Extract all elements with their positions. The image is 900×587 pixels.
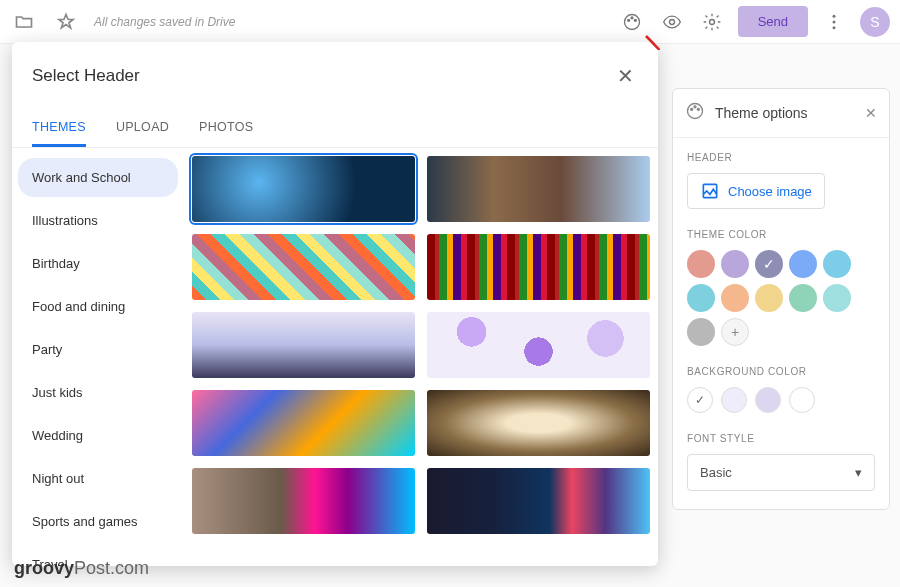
theme-color-swatch[interactable] — [721, 284, 749, 312]
svg-point-3 — [634, 19, 636, 21]
font-style-label: FONT STYLE — [687, 433, 875, 444]
add-color-button[interactable]: + — [721, 318, 749, 346]
watermark: groovyPost.com — [14, 558, 149, 579]
theme-color-label: THEME COLOR — [687, 229, 875, 240]
category-night-out[interactable]: Night out — [18, 459, 178, 498]
category-kids[interactable]: Just kids — [18, 373, 178, 412]
category-birthday[interactable]: Birthday — [18, 244, 178, 283]
svg-point-5 — [709, 19, 714, 24]
choose-image-label: Choose image — [728, 184, 812, 199]
send-button[interactable]: Send — [738, 6, 808, 37]
theme-color-swatch[interactable] — [687, 250, 715, 278]
tab-themes[interactable]: THEMES — [32, 110, 86, 147]
chevron-down-icon: ▾ — [855, 465, 862, 480]
theme-color-swatch[interactable] — [721, 250, 749, 278]
header-thumb[interactable] — [192, 390, 415, 456]
header-thumb[interactable] — [192, 468, 415, 534]
background-color-label: BACKGROUND COLOR — [687, 366, 875, 377]
theme-color-swatch[interactable] — [823, 284, 851, 312]
theme-color-swatch[interactable]: ✓ — [755, 250, 783, 278]
header-thumb[interactable] — [427, 234, 650, 300]
gear-icon[interactable] — [698, 8, 726, 36]
background-color-swatches: ✓ — [687, 387, 875, 413]
category-party[interactable]: Party — [18, 330, 178, 369]
avatar[interactable]: S — [860, 7, 890, 37]
svg-point-7 — [833, 20, 836, 23]
svg-point-6 — [833, 14, 836, 17]
svg-point-2 — [631, 16, 633, 18]
header-thumb[interactable] — [427, 390, 650, 456]
theme-options-panel: Theme options ✕ HEADER Choose image THEM… — [672, 88, 890, 510]
svg-point-1 — [627, 19, 629, 21]
panel-title: Theme options — [715, 105, 855, 121]
header-thumb[interactable] — [192, 156, 415, 222]
dialog-tabs: THEMES UPLOAD PHOTOS — [12, 110, 658, 148]
theme-color-swatch[interactable] — [789, 250, 817, 278]
choose-image-button[interactable]: Choose image — [687, 173, 825, 209]
header-thumb[interactable] — [192, 234, 415, 300]
svg-point-8 — [833, 26, 836, 29]
theme-color-swatch[interactable] — [755, 284, 783, 312]
palette-icon[interactable] — [618, 8, 646, 36]
top-toolbar: All changes saved in Drive Send S — [0, 0, 900, 44]
svg-point-4 — [669, 19, 674, 24]
header-section-label: HEADER — [687, 152, 875, 163]
theme-color-swatches: ✓+ — [687, 250, 875, 346]
background-color-swatch[interactable] — [721, 387, 747, 413]
preview-icon[interactable] — [658, 8, 686, 36]
star-icon[interactable] — [52, 8, 80, 36]
header-thumbnails — [184, 148, 658, 566]
header-thumb[interactable] — [427, 312, 650, 378]
svg-point-11 — [694, 106, 696, 108]
background-color-swatch[interactable]: ✓ — [687, 387, 713, 413]
dialog-title: Select Header — [32, 66, 140, 86]
theme-color-swatch[interactable] — [687, 318, 715, 346]
background-color-swatch[interactable] — [789, 387, 815, 413]
category-list: Work and School Illustrations Birthday F… — [12, 148, 184, 566]
palette-icon — [685, 101, 705, 125]
close-icon[interactable]: ✕ — [865, 105, 877, 121]
select-header-dialog: Select Header ✕ THEMES UPLOAD PHOTOS Wor… — [12, 42, 658, 566]
theme-color-swatch[interactable] — [823, 250, 851, 278]
font-style-value: Basic — [700, 465, 732, 480]
category-sports[interactable]: Sports and games — [18, 502, 178, 541]
header-thumb[interactable] — [427, 156, 650, 222]
category-work-school[interactable]: Work and School — [18, 158, 178, 197]
tab-photos[interactable]: PHOTOS — [199, 110, 253, 147]
category-wedding[interactable]: Wedding — [18, 416, 178, 455]
more-icon[interactable] — [820, 8, 848, 36]
folder-icon[interactable] — [10, 8, 38, 36]
tab-upload[interactable]: UPLOAD — [116, 110, 169, 147]
header-thumb[interactable] — [192, 312, 415, 378]
theme-color-swatch[interactable] — [789, 284, 817, 312]
close-icon[interactable]: ✕ — [613, 60, 638, 92]
svg-point-12 — [697, 108, 699, 110]
background-color-swatch[interactable] — [755, 387, 781, 413]
theme-color-swatch[interactable] — [687, 284, 715, 312]
font-style-select[interactable]: Basic ▾ — [687, 454, 875, 491]
svg-point-10 — [691, 108, 693, 110]
category-food[interactable]: Food and dining — [18, 287, 178, 326]
header-thumb[interactable] — [427, 468, 650, 534]
save-status: All changes saved in Drive — [94, 15, 235, 29]
category-illustrations[interactable]: Illustrations — [18, 201, 178, 240]
